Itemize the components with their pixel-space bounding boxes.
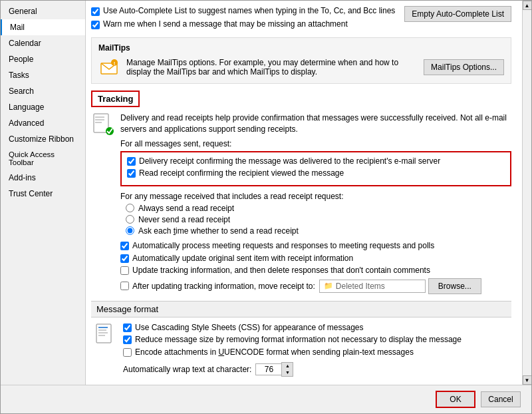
wrap-down-button[interactable]: ▼ xyxy=(282,369,293,376)
message-format-section: Message format xyxy=(91,301,511,377)
sidebar-item-general[interactable]: General xyxy=(1,3,85,19)
for-sent-label: For all messages sent, request: xyxy=(120,139,511,148)
tracking-header: Tracking xyxy=(91,91,140,107)
sidebar-item-add-ins[interactable]: Add-ins xyxy=(1,170,85,186)
dialog-body: General Mail Calendar People Tasks Searc… xyxy=(1,1,531,385)
delivery-receipt-label: Delivery receipt confirming the message … xyxy=(139,156,440,167)
autocomplete-check2-row: Warn me when I send a message that may b… xyxy=(91,19,398,30)
after-update-label: After updating tracking information, mov… xyxy=(132,282,315,291)
delivery-receipt-check[interactable] xyxy=(127,157,136,166)
svg-rect-10 xyxy=(98,329,106,331)
options-dialog: General Mail Calendar People Tasks Searc… xyxy=(0,0,532,414)
radio-never-label: Never send a read receipt xyxy=(138,215,230,224)
dialog-footer: OK Cancel xyxy=(1,385,531,413)
empty-autocomplete-button[interactable]: Empty Auto-Complete List xyxy=(404,6,511,22)
auto-process-label: Automatically process meeting requests a… xyxy=(132,241,434,252)
scroll-track xyxy=(523,10,531,375)
svg-rect-5 xyxy=(95,119,104,120)
autocomplete-check2[interactable] xyxy=(91,21,100,29)
tracking-options-group: Automatically process meeting requests a… xyxy=(120,241,511,294)
ok-button[interactable]: OK xyxy=(436,391,475,408)
wrap-label: Automatically wrap text at character: xyxy=(123,365,251,374)
autocomplete-check2-label: Warn me when I send a message that may b… xyxy=(103,19,348,30)
autocomplete-options: Use Auto-Complete List to suggest names … xyxy=(91,6,404,32)
wrap-input[interactable] xyxy=(255,363,282,375)
encode-check[interactable] xyxy=(123,348,132,357)
css-check-label: Use Cascading Style Sheets (CSS) for app… xyxy=(135,323,364,333)
radio-always-row: Always send a read receipt xyxy=(120,204,511,213)
mailtips-desc: Manage MailTips options. For example, yo… xyxy=(126,58,417,77)
mailtips-options-button[interactable]: MailTips Options... xyxy=(424,59,504,75)
read-receipt-label: Read receipt confirming the recipient vi… xyxy=(139,168,344,179)
svg-rect-11 xyxy=(98,332,108,333)
mailtips-icon-text: ! Manage MailTips options. For example, … xyxy=(98,57,424,78)
cancel-button[interactable]: Cancel xyxy=(481,391,521,407)
radio-ask-row: Ask each time whether to send a read rec… xyxy=(120,226,511,236)
wrap-up-button[interactable]: ▲ xyxy=(282,363,293,369)
tracking-section: Tracking xyxy=(91,91,511,294)
receipt-box: Delivery receipt confirming the message … xyxy=(120,151,511,186)
encode-check-label: Encode attachments in UUENCODE format wh… xyxy=(135,347,414,358)
move-receipt-row: After updating tracking information, mov… xyxy=(120,278,511,294)
css-check-row: Use Cascading Style Sheets (CSS) for app… xyxy=(123,323,509,333)
sidebar-item-calendar[interactable]: Calendar xyxy=(1,35,85,51)
encode-check-row: Encode attachments in UUENCODE format wh… xyxy=(123,347,509,358)
auto-update-row: Automatically update original sent item … xyxy=(120,254,511,264)
radio-ask-label: Ask each time whether to send a read rec… xyxy=(138,226,299,236)
radio-always[interactable] xyxy=(126,204,134,212)
sidebar-item-people[interactable]: People xyxy=(1,51,85,67)
tracking-desc: Delivery and read receipts help provide … xyxy=(120,112,511,135)
auto-update-label: Automatically update original sent item … xyxy=(132,254,353,264)
update-tracking-check[interactable] xyxy=(120,266,129,275)
tracking-content: Delivery and read receipts help provide … xyxy=(120,112,511,294)
sidebar-item-language[interactable]: Language xyxy=(1,99,85,115)
tracking-body: Delivery and read receipts help provide … xyxy=(91,112,511,294)
read-receipt-radio-group: Always send a read receipt Never send a … xyxy=(120,204,511,236)
radio-never-row: Never send a read receipt xyxy=(120,215,511,224)
auto-process-row: Automatically process meeting requests a… xyxy=(120,241,511,252)
mailtips-inner: ! Manage MailTips options. For example, … xyxy=(98,57,504,78)
update-tracking-label: Update tracking information, and then de… xyxy=(132,266,430,276)
css-check[interactable] xyxy=(123,323,132,332)
auto-update-check[interactable] xyxy=(120,254,129,263)
reduce-check[interactable] xyxy=(123,335,132,344)
sidebar-item-trust-center[interactable]: Trust Center xyxy=(1,186,85,202)
autocomplete-section: Use Auto-Complete List to suggest names … xyxy=(91,6,511,32)
browse-button[interactable]: Browse... xyxy=(428,278,481,294)
read-receipt-check[interactable] xyxy=(127,169,136,178)
move-receipt-input[interactable]: 📁 Deleted Items xyxy=(319,280,426,293)
sidebar-item-quick-access-toolbar[interactable]: Quick Access Toolbar xyxy=(1,147,85,170)
mailtips-header: MailTips xyxy=(98,43,504,53)
reduce-check-label: Reduce message size by removing format i… xyxy=(135,335,462,345)
tracking-icon xyxy=(91,112,115,136)
svg-text:!: ! xyxy=(114,61,116,67)
message-format-body: Use Cascading Style Sheets (CSS) for app… xyxy=(91,323,511,377)
sidebar-item-mail[interactable]: Mail xyxy=(1,19,85,35)
svg-rect-9 xyxy=(98,327,108,328)
sidebar-item-advanced[interactable]: Advanced xyxy=(1,115,85,131)
after-update-check[interactable] xyxy=(120,282,129,290)
deleted-items-text: Deleted Items xyxy=(336,282,385,291)
mailtips-svg-icon: ! xyxy=(100,58,118,77)
scroll-down-button[interactable]: ▼ xyxy=(523,375,532,385)
message-format-svg-icon xyxy=(94,323,118,347)
sidebar-item-customize-ribbon[interactable]: Customize Ribbon xyxy=(1,131,85,147)
mf-content: Use Cascading Style Sheets (CSS) for app… xyxy=(123,323,509,377)
for-received-label: For any message received that includes a… xyxy=(120,192,511,201)
scrollbar[interactable]: ▲ ▼ xyxy=(522,1,531,385)
radio-always-label: Always send a read receipt xyxy=(138,204,234,213)
sidebar-item-search[interactable]: Search xyxy=(1,83,85,99)
main-content: Use Auto-Complete List to suggest names … xyxy=(86,1,522,385)
folder-icon: 📁 xyxy=(324,282,333,290)
auto-process-check[interactable] xyxy=(120,242,129,250)
svg-rect-6 xyxy=(95,122,102,123)
autocomplete-check1-row: Use Auto-Complete List to suggest names … xyxy=(91,6,398,17)
autocomplete-check1[interactable] xyxy=(91,7,100,16)
radio-ask[interactable] xyxy=(126,226,134,235)
scroll-up-button[interactable]: ▲ xyxy=(523,1,532,10)
wrap-row: Automatically wrap text at character: ▲ … xyxy=(123,362,509,377)
delivery-receipt-row: Delivery receipt confirming the message … xyxy=(127,156,505,167)
radio-never[interactable] xyxy=(126,215,134,224)
mailtips-section: MailTips ! Manage MailT xyxy=(91,37,511,84)
sidebar-item-tasks[interactable]: Tasks xyxy=(1,67,85,83)
